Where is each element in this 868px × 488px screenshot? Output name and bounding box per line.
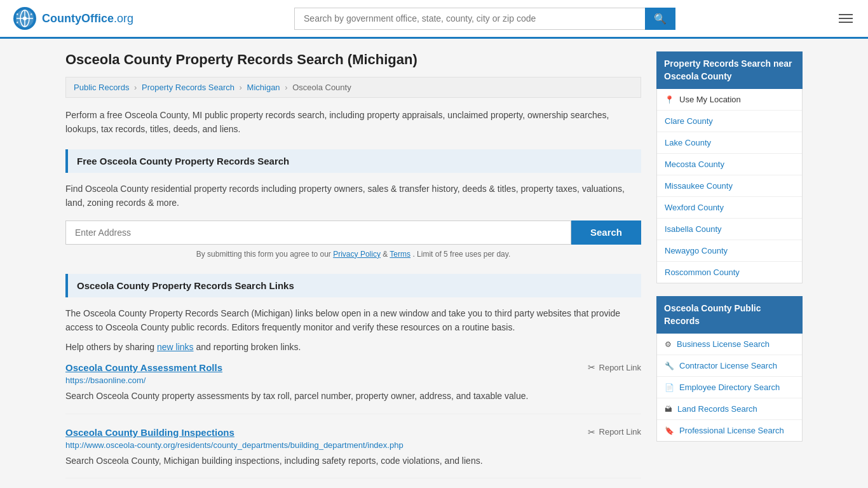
nearby-section-title: Property Records Search near Osceola Cou… xyxy=(656,51,803,89)
list-item[interactable]: Lake County xyxy=(657,132,802,154)
form-disclaimer: By submitting this form you agree to our… xyxy=(65,250,641,259)
link-desc-building-inspections: Search Osceola County, Michigan building… xyxy=(65,454,641,468)
public-records-section-title: Osceola County Public Records xyxy=(656,296,803,334)
link-url-building-inspections[interactable]: http://www.osceola-county.org/residents/… xyxy=(65,440,641,450)
list-item[interactable]: Newaygo County xyxy=(657,240,802,262)
public-records-list: Business License Search Contractor Licen… xyxy=(656,334,803,442)
address-search-form: Search xyxy=(65,220,641,245)
clare-county-link[interactable]: Clare County xyxy=(657,111,802,132)
link-title-building-inspections[interactable]: Osceola County Building Inspections xyxy=(65,427,234,438)
public-records-section: Osceola County Public Records Business L… xyxy=(656,296,803,442)
use-my-location-item[interactable]: Use My Location xyxy=(657,89,802,111)
gear-icon xyxy=(665,340,672,349)
wexford-county-link[interactable]: Wexford County xyxy=(657,197,802,218)
list-item[interactable]: Isabella County xyxy=(657,219,802,240)
report-icon: ✂ xyxy=(588,362,595,372)
breadcrumb-public-records[interactable]: Public Records xyxy=(74,83,129,92)
page-title: Osceola County Property Records Search (… xyxy=(65,51,641,68)
link-item: Osceola County Assessment Rolls ✂ Report… xyxy=(65,362,641,414)
newaygo-county-link[interactable]: Newaygo County xyxy=(657,240,802,261)
missaukee-county-link[interactable]: Missaukee County xyxy=(657,175,802,196)
nearby-counties-list: Use My Location Clare County Lake County… xyxy=(656,89,803,283)
list-item[interactable]: Mecosta County xyxy=(657,154,802,175)
content-area: Osceola County Property Records Search (… xyxy=(65,51,641,488)
breadcrumb-property-records-search[interactable]: Property Records Search xyxy=(142,83,234,92)
link-url-assessment-rolls[interactable]: https://bsaonline.com/ xyxy=(65,376,641,385)
land-icon xyxy=(665,405,672,414)
report-link-button[interactable]: ✂ Report Link xyxy=(588,362,641,372)
lake-county-link[interactable]: Lake County xyxy=(657,132,802,153)
address-search-button[interactable]: Search xyxy=(571,220,641,245)
breadcrumb: Public Records › Property Records Search… xyxy=(65,77,641,98)
address-search-input[interactable] xyxy=(65,220,571,245)
roscommon-county-link[interactable]: Roscommon County xyxy=(657,262,802,283)
site-header: ★ ★ ★ CountyOffice.org 🔍 xyxy=(0,0,868,39)
wrench-icon xyxy=(665,362,674,370)
privacy-policy-link[interactable]: Privacy Policy xyxy=(333,250,381,259)
free-search-description: Find Osceola County residential property… xyxy=(65,182,641,210)
list-item[interactable]: Professional License Search xyxy=(657,420,802,441)
list-item[interactable]: Contractor License Search xyxy=(657,355,802,377)
breadcrumb-michigan[interactable]: Michigan xyxy=(247,83,280,92)
list-item[interactable]: Roscommon County xyxy=(657,262,802,283)
doc-icon xyxy=(665,383,674,392)
header-search-container: 🔍 xyxy=(294,8,675,30)
header-search-input[interactable] xyxy=(294,8,645,30)
free-search-section: Free Osceola County Property Records Sea… xyxy=(65,149,641,259)
list-item[interactable]: Missaukee County xyxy=(657,175,802,197)
hamburger-line xyxy=(839,22,853,23)
links-section-heading: Osceola County Property Records Search L… xyxy=(65,274,641,297)
isabella-county-link[interactable]: Isabella County xyxy=(657,219,802,240)
list-item[interactable]: Clare County xyxy=(657,111,802,132)
land-records-search-link[interactable]: Land Records Search xyxy=(657,398,802,419)
mecosta-county-link[interactable]: Mecosta County xyxy=(657,154,802,175)
list-item[interactable]: Business License Search xyxy=(657,334,802,355)
list-item[interactable]: Land Records Search xyxy=(657,398,802,420)
list-item[interactable]: Employee Directory Search xyxy=(657,377,802,398)
nearby-section: Property Records Search near Osceola Cou… xyxy=(656,51,803,283)
link-item-header: Osceola County Assessment Rolls ✂ Report… xyxy=(65,362,641,373)
logo-link[interactable]: ★ ★ ★ CountyOffice.org xyxy=(13,6,133,30)
hamburger-menu-button[interactable] xyxy=(836,11,855,25)
links-description: The Osceola County Property Records Sear… xyxy=(65,306,641,335)
logo-icon: ★ ★ ★ xyxy=(13,6,37,30)
share-text: Help others by sharing new links and rep… xyxy=(65,342,641,352)
link-title-assessment-rolls[interactable]: Osceola County Assessment Rolls xyxy=(65,362,222,373)
business-license-search-link[interactable]: Business License Search xyxy=(657,334,802,355)
use-my-location-link[interactable]: Use My Location xyxy=(657,89,802,110)
contractor-license-search-link[interactable]: Contractor License Search xyxy=(657,355,802,376)
hamburger-line xyxy=(839,14,853,15)
employee-directory-search-link[interactable]: Employee Directory Search xyxy=(657,377,802,398)
hamburger-line xyxy=(839,18,853,19)
sidebar: Property Records Search near Osceola Cou… xyxy=(656,51,803,488)
main-wrapper: Osceola County Property Records Search (… xyxy=(53,39,815,488)
link-item-header: Osceola County Building Inspections ✂ Re… xyxy=(65,427,641,438)
link-desc-assessment-rolls: Search Osceola County property assessmen… xyxy=(65,389,641,403)
professional-license-search-link[interactable]: Professional License Search xyxy=(657,420,802,441)
page-description: Perform a free Osceola County, MI public… xyxy=(65,108,641,137)
logo-text: CountyOffice.org xyxy=(42,12,133,25)
link-item: Osceola County Building Inspections ✂ Re… xyxy=(65,427,641,478)
list-item[interactable]: Wexford County xyxy=(657,197,802,219)
free-search-heading: Free Osceola County Property Records Sea… xyxy=(65,149,641,173)
terms-link[interactable]: Terms xyxy=(390,250,410,259)
links-section: Osceola County Property Records Search L… xyxy=(65,274,641,479)
header-search-button[interactable]: 🔍 xyxy=(645,8,675,30)
svg-point-5 xyxy=(23,17,27,20)
pin-icon xyxy=(665,95,674,104)
new-links-link[interactable]: new links xyxy=(157,342,194,352)
badge-icon xyxy=(665,426,674,435)
report-link-button[interactable]: ✂ Report Link xyxy=(588,427,641,437)
report-icon: ✂ xyxy=(588,427,595,437)
breadcrumb-osceola-county: Osceola County xyxy=(292,83,351,92)
